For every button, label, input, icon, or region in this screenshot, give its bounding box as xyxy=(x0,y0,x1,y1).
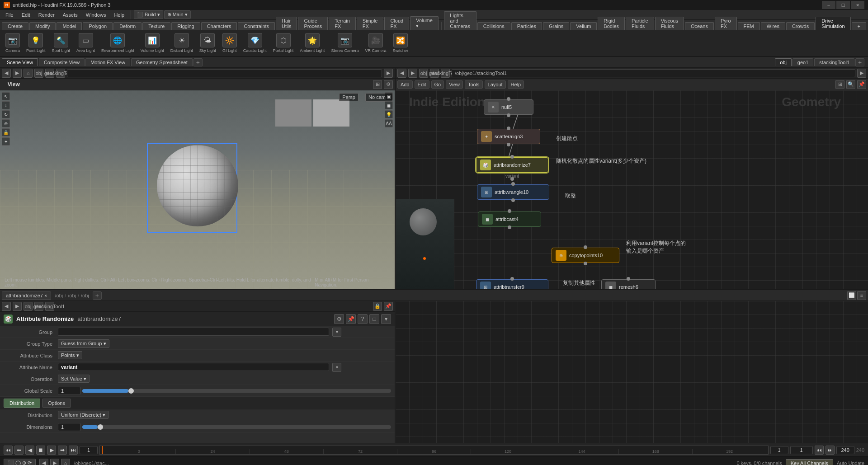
right-nav-back[interactable]: ◀ xyxy=(397,69,406,78)
param-dimensions-track[interactable] xyxy=(82,425,391,429)
params-expand[interactable]: □ xyxy=(369,314,379,324)
shelf-tab-constraints[interactable]: Constraints xyxy=(238,22,275,30)
rotate-tool[interactable]: ↻ xyxy=(2,110,10,118)
transform-tool[interactable]: ↕ xyxy=(2,101,10,109)
status-icons-btn[interactable]: ⬛ ◯ ⊕ ⟳ xyxy=(4,459,36,465)
tl-start-frame[interactable] xyxy=(770,446,788,454)
shelf-item-ambient[interactable]: 🌟 Ambient Light xyxy=(298,32,326,54)
shelf-tab-volume[interactable]: Volume ▾ xyxy=(410,16,439,30)
shelf-item-spotlight[interactable]: 🔦 Spot Light xyxy=(50,32,72,54)
shelf-tab-drivesim[interactable]: Drive Simulation xyxy=(816,17,850,30)
shelf-item-portal[interactable]: ⬡ Portal Light xyxy=(271,32,296,54)
tl-play[interactable]: ▶ xyxy=(47,446,56,455)
param-attrclass-btn[interactable]: Points ▾ xyxy=(58,351,82,359)
params-pin-btn[interactable]: 📌 xyxy=(346,314,356,324)
node-attribwrangle10[interactable]: ⊞ attribwrangle10 xyxy=(477,184,549,200)
status-nav-forward[interactable]: ▶ xyxy=(50,459,59,465)
status-home[interactable]: ⌂ xyxy=(61,459,70,465)
right-path-go[interactable]: ▶ xyxy=(857,69,866,78)
ne-layout[interactable]: Layout xyxy=(485,80,506,89)
shelf-item-volumelight[interactable]: 📊 Volume Light xyxy=(139,32,166,54)
node-copytopoints10[interactable]: ⊕ copytopoints10 xyxy=(552,248,619,263)
shelf-tab-hairutils[interactable]: Hair Utils xyxy=(276,17,297,30)
btab-split[interactable]: ⬜ xyxy=(847,291,856,300)
path-go[interactable]: ▶ xyxy=(384,69,393,78)
maximize-button[interactable]: □ xyxy=(836,1,850,9)
shelf-item-distantlight[interactable]: ☀ Distant Light xyxy=(169,32,195,54)
params-gear[interactable]: ⚙ xyxy=(334,314,344,324)
menu-assets[interactable]: Assets xyxy=(59,11,81,19)
tab-geosheet[interactable]: Geometry Spreadsheet xyxy=(131,58,193,66)
tl-fps[interactable] xyxy=(790,446,813,454)
tl-jump-start[interactable]: ⏮ xyxy=(4,446,13,455)
node-attribrandomize7[interactable]: 🎲 attribrandomize7 variant xyxy=(476,157,548,178)
viewport-3d[interactable]: Persp No cam ▾ ↖ ↕ ↻ ⊕ 🔒 ✦ ▣ ◼ 💡 AA Left… xyxy=(0,90,395,289)
vp-settings[interactable]: ⚙ xyxy=(384,80,393,89)
vp-lighting[interactable]: 💡 xyxy=(385,110,393,118)
shelf-item-caustic[interactable]: 💎 Caustic Light xyxy=(241,32,269,54)
param-group-expand[interactable]: ▾ xyxy=(332,328,341,337)
btab-menu[interactable]: ≡ xyxy=(857,291,866,300)
shelf-tab-vellum[interactable]: Vellum xyxy=(570,22,597,30)
tab-right-stacking[interactable]: stackingTool1 xyxy=(814,58,854,66)
node-attribcast4[interactable]: ◼ attribcast4 xyxy=(478,211,541,227)
ne-tools[interactable]: Tools xyxy=(465,80,483,89)
ne-go[interactable]: Go xyxy=(431,80,444,89)
ne-help[interactable]: Help xyxy=(508,80,524,89)
shelf-tab-simplefx[interactable]: Simple FX xyxy=(357,17,384,30)
menu-windows[interactable]: Windows xyxy=(82,11,110,19)
shelf-item-stereocam[interactable]: 📷 Stereo Camera xyxy=(329,32,360,54)
param-group-input[interactable] xyxy=(58,328,329,336)
params-lock[interactable]: 🔒 xyxy=(373,302,382,311)
status-nav-back[interactable]: ◀ xyxy=(39,459,48,465)
key-all-channels-button[interactable]: Key All Channels xyxy=(786,459,833,465)
shelf-tab-deform[interactable]: Deform xyxy=(113,22,142,30)
shelf-item-gilight[interactable]: 🔆 GI Light xyxy=(221,32,239,54)
tab-right-geo1[interactable]: geo1 xyxy=(793,58,813,66)
right-path-input[interactable] xyxy=(452,69,855,77)
node-null5[interactable]: × null5 xyxy=(484,99,533,115)
vp-display-options[interactable]: ▣ xyxy=(385,92,393,100)
main-dropdown[interactable]: ⊕ Main ▾ xyxy=(164,10,191,19)
param-dimensions-thumb[interactable] xyxy=(98,424,103,430)
shelf-tab-characters[interactable]: Characters xyxy=(201,22,237,30)
tl-frame-input[interactable] xyxy=(80,446,98,454)
tl-stop[interactable]: ⏹ xyxy=(36,446,45,455)
shelf-item-arealight[interactable]: ▭ Area Light xyxy=(75,32,97,54)
tab-right-obj[interactable]: obj xyxy=(775,58,792,66)
menu-help[interactable]: Help xyxy=(110,11,128,19)
close-button[interactable]: × xyxy=(851,1,864,9)
right-pane-add[interactable]: + xyxy=(855,58,864,66)
shelf-tab-texture[interactable]: Texture xyxy=(142,22,170,30)
shelf-tab-cloudfx[interactable]: Cloud FX xyxy=(384,17,409,30)
params-tab-options[interactable]: Options xyxy=(42,399,71,408)
param-attrname-input[interactable] xyxy=(58,363,329,371)
ne-search[interactable]: 🔍 xyxy=(846,80,855,89)
shelf-tab-fem[interactable]: FEM xyxy=(738,22,760,30)
param-distribution-btn[interactable]: Uniform (Discrete) ▾ xyxy=(58,411,108,419)
tab-compositeview[interactable]: Composite View xyxy=(39,58,85,66)
shelf-tab-oceans[interactable]: Oceans xyxy=(685,22,714,30)
tl-extra1[interactable]: ⏮ xyxy=(815,446,824,455)
shelf-tab-lights[interactable]: Lights and Cameras xyxy=(444,11,476,30)
menu-render[interactable]: Render xyxy=(35,11,58,19)
menu-edit[interactable]: Edit xyxy=(18,11,34,19)
shelf-tab-guideprocess[interactable]: Guide Process xyxy=(298,17,328,30)
select-tool[interactable]: ↖ xyxy=(2,92,10,100)
path-input[interactable] xyxy=(67,69,382,77)
build-button[interactable]: ⬛ Build ▾ xyxy=(134,10,163,19)
shelf-item-switcher[interactable]: 🔀 Switcher xyxy=(391,32,410,54)
shelf-tab-model[interactable]: Model xyxy=(57,22,82,30)
btab-plus[interactable]: + xyxy=(93,291,102,300)
ne-view[interactable]: View xyxy=(446,80,463,89)
shelf-item-vrcam[interactable]: 🎥 VR Camera xyxy=(363,32,388,54)
shelf-item-envlight[interactable]: 🌐 Environment Light xyxy=(99,32,136,54)
ne-add[interactable]: Add xyxy=(397,80,413,89)
params-forward[interactable]: ▶ xyxy=(13,302,22,311)
shelf-tab-particlefluids[interactable]: Particle Fluids xyxy=(626,17,654,30)
tl-ruler-bar[interactable]: 0 24 48 72 96 120 144 168 192 xyxy=(99,446,769,455)
shelf-tab-modify[interactable]: Modify xyxy=(29,22,56,30)
ne-layout-btn[interactable]: ⊞ xyxy=(835,80,844,89)
shelf-item-pointlight[interactable]: 💡 Point Light xyxy=(24,32,47,54)
minimize-button[interactable]: − xyxy=(822,1,835,9)
